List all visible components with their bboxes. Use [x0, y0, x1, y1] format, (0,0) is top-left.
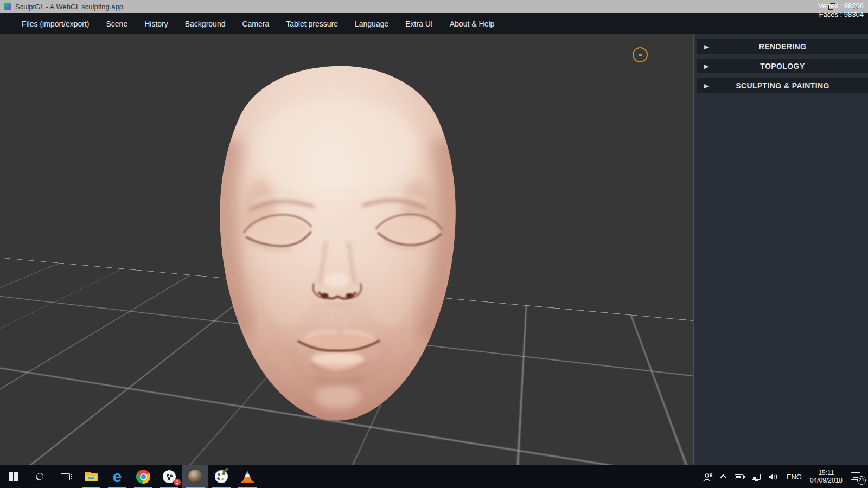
- windows-logo-icon: [9, 472, 18, 481]
- language-indicator[interactable]: ENG: [787, 473, 802, 481]
- system-tray: ENG 15:11 04/09/2018 21: [703, 465, 868, 488]
- window-titlebar: SculptGL - A WebGL sculpting app ✕: [0, 0, 868, 13]
- collapse-arrow-icon: ▶: [704, 63, 709, 69]
- menu-background[interactable]: Background: [185, 20, 226, 28]
- sculpted-head-mesh: [208, 62, 467, 421]
- minimize-button[interactable]: [793, 0, 818, 13]
- panel-label: TOPOLOGY: [697, 62, 868, 70]
- clock-time: 15:11: [810, 469, 843, 477]
- collapse-arrow-icon: ▶: [704, 82, 709, 88]
- clock-date: 04/09/2018: [810, 477, 843, 484]
- battery-button[interactable]: [735, 474, 744, 479]
- chevron-up-icon: [719, 474, 726, 481]
- file-explorer-button[interactable]: [78, 465, 104, 488]
- menu-tablet-pressure[interactable]: Tablet pressure: [286, 20, 338, 28]
- menu-files[interactable]: Files (import/export): [22, 20, 89, 28]
- taskbar-search-button[interactable]: [26, 465, 52, 488]
- task-view-button[interactable]: [52, 465, 78, 488]
- vlc-cone-icon: [241, 471, 254, 483]
- mesh-stats: Vertex : 98306 Faces : 98304: [818, 2, 864, 19]
- menubar: Files (import/export) Scene History Back…: [0, 13, 868, 34]
- battery-icon: [735, 474, 744, 479]
- action-center-badge: 21: [857, 476, 866, 485]
- windows-taskbar: e 1: [0, 465, 868, 488]
- vlc-button[interactable]: [234, 465, 260, 488]
- volume-icon: [769, 473, 778, 481]
- panel-label: RENDERING: [697, 42, 868, 51]
- panel-label: SCULPTING & PAINTING: [697, 81, 868, 90]
- task-view-icon: [61, 473, 70, 480]
- taskbar-clock[interactable]: 15:11 04/09/2018: [810, 469, 843, 484]
- faces-count: Faces : 98304: [818, 10, 864, 19]
- panel-sculpting-painting[interactable]: ▶ SCULPTING & PAINTING: [697, 78, 868, 93]
- notification-app-button[interactable]: 1: [156, 465, 182, 488]
- start-button[interactable]: [0, 465, 26, 488]
- sculptgl-window: SculptGL - A WebGL sculpting app ✕ Files…: [0, 0, 868, 488]
- paint-app-button[interactable]: [208, 465, 234, 488]
- menu-history[interactable]: History: [144, 20, 168, 28]
- file-explorer-icon: [85, 472, 98, 481]
- window-title: SculptGL - A WebGL sculpting app: [15, 3, 123, 11]
- sculpt-viewport-canvas[interactable]: [0, 34, 693, 465]
- edge-button[interactable]: e: [104, 465, 130, 488]
- chrome-button[interactable]: [130, 465, 156, 488]
- menu-scene[interactable]: Scene: [106, 20, 127, 28]
- network-button[interactable]: [752, 474, 761, 480]
- people-button[interactable]: [703, 472, 713, 481]
- tools-sidebar: ▶ RENDERING ▶ TOPOLOGY ▶ SCULPTING & PAI…: [693, 34, 868, 465]
- menu-extra-ui[interactable]: Extra UI: [405, 20, 433, 28]
- panel-topology[interactable]: ▶ TOPOLOGY: [697, 59, 868, 73]
- notification-badge: 1: [174, 479, 181, 486]
- app-logo-icon: [4, 3, 11, 10]
- people-icon: [703, 472, 713, 481]
- menu-camera[interactable]: Camera: [242, 20, 269, 28]
- network-icon: [752, 474, 761, 480]
- menu-language[interactable]: Language: [355, 20, 388, 28]
- paint-palette-icon: [215, 470, 228, 483]
- menu-about-help[interactable]: About & Help: [450, 20, 495, 28]
- vertex-count: Vertex : 98306: [818, 2, 864, 10]
- chrome-icon: [136, 470, 150, 484]
- volume-button[interactable]: [769, 473, 778, 481]
- action-center-button[interactable]: 21: [851, 472, 861, 481]
- minimize-icon: [803, 7, 809, 7]
- edge-icon: e: [113, 470, 122, 484]
- sculptgl-app-button[interactable]: [182, 465, 208, 488]
- tray-overflow-button[interactable]: [722, 474, 726, 479]
- collapse-arrow-icon: ▶: [704, 43, 709, 49]
- sculpt-brush-cursor: [633, 47, 648, 62]
- sphere-app-icon: [188, 470, 202, 484]
- search-icon: [35, 473, 43, 481]
- panel-rendering[interactable]: ▶ RENDERING: [697, 39, 868, 54]
